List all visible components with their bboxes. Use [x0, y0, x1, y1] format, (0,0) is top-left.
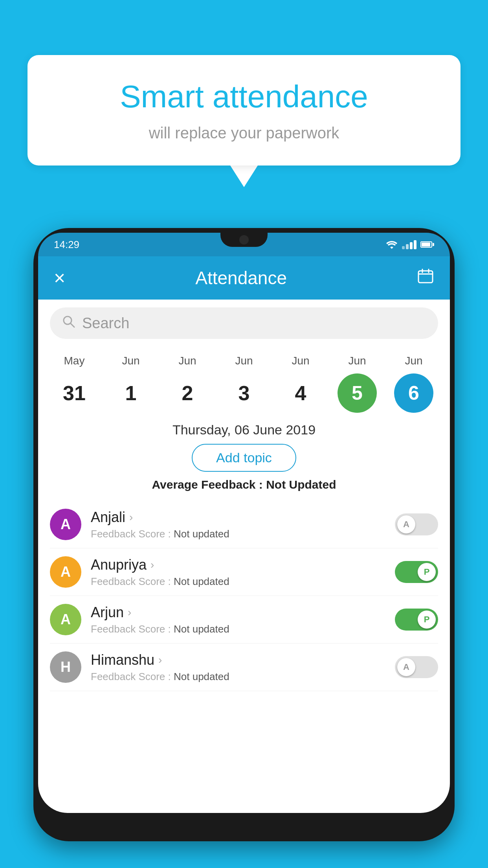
student-item-arjun[interactable]: A Arjun › Feedback Score : Not updated P	[50, 596, 438, 644]
speech-bubble-title: Smart attendance	[59, 79, 429, 115]
chevron-right-icon: ›	[158, 654, 162, 666]
header-title: Attendance	[195, 267, 287, 289]
speech-bubble: Smart attendance will replace your paper…	[28, 55, 460, 166]
phone-notch	[220, 233, 268, 247]
app-screen: × Attendance	[38, 256, 450, 813]
speech-bubble-subtitle: will replace your paperwork	[59, 124, 429, 142]
signal-icon	[402, 240, 416, 249]
date-item-jun6[interactable]: Jun 6	[388, 355, 439, 413]
date-item-jun5[interactable]: Jun 5	[332, 355, 383, 413]
date-strip: May 31 Jun 1 Jun 2 Jun 3 Jun 4	[38, 347, 450, 413]
toggle-anupriya[interactable]: P	[395, 561, 438, 583]
svg-line-5	[71, 324, 74, 327]
search-placeholder: Search	[82, 315, 129, 332]
student-info-himanshu: Himanshu › Feedback Score : Not updated	[91, 652, 385, 683]
student-info-anupriya: Anupriya › Feedback Score : Not updated	[91, 557, 385, 588]
speech-bubble-container: Smart attendance will replace your paper…	[28, 55, 460, 187]
student-item-anjali[interactable]: A Anjali › Feedback Score : Not updated …	[50, 501, 438, 548]
chevron-right-icon: ›	[128, 606, 131, 619]
toggle-arjun[interactable]: P	[395, 609, 438, 631]
toggle-anjali[interactable]: A	[395, 513, 438, 535]
toggle-himanshu[interactable]: A	[395, 656, 438, 678]
phone: 14:29	[33, 228, 455, 841]
date-item-may31[interactable]: May 31	[49, 355, 100, 413]
avatar-arjun: A	[50, 604, 81, 635]
date-item-jun2[interactable]: Jun 2	[162, 355, 213, 413]
date-item-jun1[interactable]: Jun 1	[105, 355, 156, 413]
app-header: × Attendance	[38, 256, 450, 300]
wifi-icon	[385, 240, 398, 249]
avatar-himanshu: H	[50, 651, 81, 683]
phone-container: 14:29	[33, 228, 455, 868]
add-topic-button[interactable]: Add topic	[192, 444, 296, 472]
chevron-right-icon: ›	[150, 559, 154, 571]
date-item-jun3[interactable]: Jun 3	[218, 355, 270, 413]
speech-bubble-arrow	[230, 166, 258, 187]
chevron-right-icon: ›	[129, 511, 133, 524]
phone-camera	[239, 235, 249, 245]
status-icons	[385, 240, 434, 249]
close-button[interactable]: ×	[54, 268, 65, 288]
status-time: 14:29	[54, 239, 79, 251]
student-item-anupriya[interactable]: A Anupriya › Feedback Score : Not update…	[50, 548, 438, 596]
student-item-himanshu[interactable]: H Himanshu › Feedback Score : Not update…	[50, 644, 438, 691]
search-icon	[62, 314, 76, 332]
student-info-anjali: Anjali › Feedback Score : Not updated	[91, 509, 385, 540]
student-info-arjun: Arjun › Feedback Score : Not updated	[91, 604, 385, 635]
avg-feedback: Average Feedback : Not Updated	[38, 478, 450, 491]
battery-icon	[420, 241, 434, 248]
selected-date-label: Thursday, 06 June 2019	[38, 413, 450, 444]
svg-rect-0	[418, 271, 433, 283]
calendar-icon[interactable]	[417, 268, 434, 289]
date-item-jun4[interactable]: Jun 4	[275, 355, 326, 413]
avatar-anjali: A	[50, 509, 81, 540]
student-list: A Anjali › Feedback Score : Not updated …	[38, 501, 450, 691]
avatar-anupriya: A	[50, 556, 81, 588]
search-bar[interactable]: Search	[50, 307, 438, 339]
